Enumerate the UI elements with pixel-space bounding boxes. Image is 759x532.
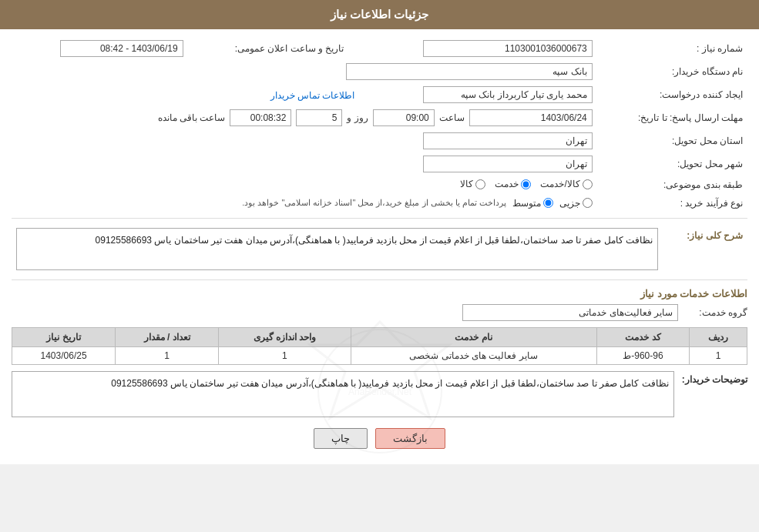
city-input[interactable]	[423, 156, 593, 172]
table-cell-1: 960-96-ط	[596, 346, 690, 364]
buyer-org-label: نام دستگاه خریدار:	[597, 60, 747, 83]
response-deadline-cell: ساعت روز و ساعت باقی مانده	[12, 106, 597, 129]
service-group-row: گروه خدمت:	[12, 304, 747, 321]
response-deadline-row: ساعت روز و ساعت باقی مانده	[16, 109, 593, 126]
radio-motawaset-input[interactable]	[543, 198, 553, 208]
response-deadline-label: مهلت ارسال پاسخ: تا تاریخ:	[597, 106, 747, 129]
back-button[interactable]: بازگشت	[375, 428, 445, 449]
table-cell-2: سایر فعالیت های خدماتی شخصی	[351, 346, 596, 364]
th-row: ردیف	[690, 327, 747, 346]
buyer-notes-box: نظافت کامل صفر تا صد ساختمان،لطفا قبل از…	[12, 371, 674, 417]
need-number-input[interactable]	[423, 40, 593, 57]
contact-link-cell: اطلاعات تماس خریدار	[12, 83, 359, 106]
services-section: اطلاعات خدمات مورد نیاز گروه خدمت: ردیف …	[12, 288, 747, 365]
purchase-type-cell: جزیی متوسط پرداخت تمام یا بخشی از مبلغ خ…	[12, 195, 597, 212]
table-cell-4: 1	[116, 346, 219, 364]
radio-jozi-input[interactable]	[583, 198, 593, 208]
purchase-note: پرداخت تمام یا بخشی از مبلغ خرید،از محل …	[242, 198, 506, 208]
date-value-cell	[12, 37, 188, 60]
province-label: استان محل تحویل:	[597, 129, 747, 152]
page-header: جزئیات اطلاعات نیاز	[0, 0, 759, 29]
date-label: تاریخ و ساعت اعلان عمومی:	[188, 37, 360, 60]
response-hours-input[interactable]	[230, 109, 291, 126]
main-content: شماره نیاز : تاریخ و ساعت اعلان عمومی: ن…	[0, 29, 759, 464]
radio-kala-input[interactable]	[475, 179, 485, 189]
radio-khadamat[interactable]: خدمت	[495, 179, 531, 189]
page-wrapper: جزئیات اطلاعات نیاز شماره نیاز : تاریخ و…	[0, 0, 759, 464]
radio-jozi[interactable]: جزیی	[559, 198, 593, 209]
category-label: طبقه بندی موضوعی:	[597, 176, 747, 195]
table-cell-0: 1	[690, 346, 747, 364]
radio-khadamat-input[interactable]	[521, 179, 531, 189]
radio-jozi-label: جزیی	[559, 198, 580, 209]
table-cell-3: 1	[219, 346, 351, 364]
radio-kala-khadamat-label: کالا/خدمت	[540, 179, 579, 189]
radio-khadamat-label: خدمت	[495, 179, 519, 189]
buyer-org-value-cell	[12, 60, 597, 83]
date-input[interactable]	[60, 40, 183, 57]
creator-label: ایجاد کننده درخواست:	[597, 83, 747, 106]
contact-link[interactable]: اطلاعات تماس خریدار	[270, 90, 355, 101]
button-row: بازگشت چاپ	[12, 428, 747, 449]
services-table: ردیف کد خدمت نام خدمت واحد اندازه گیری ت…	[12, 327, 747, 365]
city-value-cell	[12, 152, 597, 176]
services-section-label: اطلاعات خدمات مورد نیاز	[12, 288, 747, 299]
description-table: شرح کلی نیاز: نظافت کامل صفر تا صد ساختم…	[12, 225, 747, 273]
province-input[interactable]	[423, 132, 593, 149]
purchase-type-label: نوع فرآیند خرید :	[597, 195, 747, 212]
th-code: کد خدمت	[596, 327, 690, 346]
service-group-label: گروه خدمت:	[686, 307, 747, 318]
radio-kala-khadamat-input[interactable]	[583, 179, 593, 189]
print-button[interactable]: چاپ	[314, 428, 368, 449]
response-time-input[interactable]	[373, 109, 435, 126]
radio-kala-label: کالا	[460, 179, 473, 189]
buyer-notes-label: توضیحات خریدار:	[682, 371, 747, 385]
th-date: تاریخ نیاز	[12, 327, 116, 346]
need-desc-value-cell: نظافت کامل صفر تا صد ساختمان،لطفا قبل از…	[12, 225, 663, 273]
need-desc-label-cell: شرح کلی نیاز:	[663, 225, 747, 273]
purchase-type-row: جزیی متوسط پرداخت تمام یا بخشی از مبلغ خ…	[16, 198, 593, 209]
buyer-notes-section: توضیحات خریدار: نظافت کامل صفر تا صد ساخ…	[12, 371, 747, 417]
city-label: شهر محل تحویل:	[597, 152, 747, 176]
th-name: نام خدمت	[351, 327, 596, 346]
creator-input[interactable]	[423, 86, 593, 103]
need-number-label: شماره نیاز :	[597, 37, 747, 60]
province-value-cell	[12, 129, 597, 152]
table-row: 1960-96-طسایر فعالیت های خدماتی شخصی1114…	[12, 346, 747, 364]
radio-motawaset-label: متوسط	[512, 198, 541, 209]
th-quantity: تعداد / مقدار	[116, 327, 219, 346]
table-cell-5: 1403/06/25	[12, 346, 116, 364]
buyer-org-input[interactable]	[346, 63, 593, 80]
response-time-label: ساعت	[439, 112, 465, 123]
need-description-label: شرح کلی نیاز:	[687, 230, 743, 241]
radio-kala[interactable]: کالا	[460, 179, 485, 189]
response-hours-label: ساعت باقی مانده	[158, 112, 226, 123]
need-description-box: نظافت کامل صفر تا صد ساختمان،لطفا قبل از…	[16, 228, 658, 270]
response-days-input[interactable]	[296, 109, 342, 126]
radio-kala-khadamat[interactable]: کالا/خدمت	[540, 179, 592, 189]
page-title: جزئیات اطلاعات نیاز	[331, 8, 428, 21]
category-radio-group: کالا/خدمت خدمت کالا	[460, 179, 592, 189]
main-info-table: شماره نیاز : تاریخ و ساعت اعلان عمومی: ن…	[12, 37, 747, 212]
creator-value-cell	[359, 83, 596, 106]
category-value-cell: کالا/خدمت خدمت کالا	[12, 176, 597, 195]
th-unit: واحد اندازه گیری	[219, 327, 351, 346]
response-days-label: روز و	[347, 112, 368, 123]
radio-motawaset[interactable]: متوسط	[512, 198, 553, 209]
divider-2	[12, 279, 747, 280]
need-number-value-cell	[359, 37, 596, 60]
response-date-input[interactable]	[469, 109, 593, 126]
divider-1	[12, 218, 747, 219]
service-group-input[interactable]	[462, 304, 678, 321]
